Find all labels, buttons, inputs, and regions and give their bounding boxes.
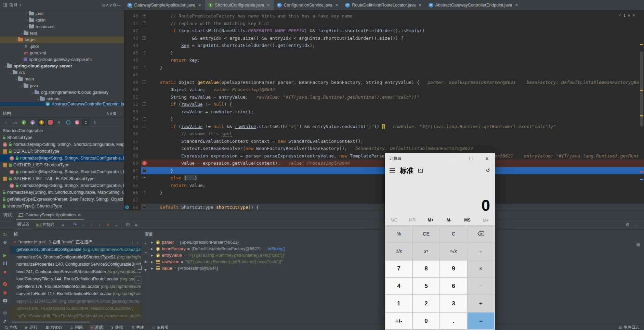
menu-icon[interactable]: [390, 167, 395, 174]
debugger-tab[interactable]: ▶控制台: [33, 220, 58, 229]
calc-key-reciprocal[interactable]: 1/x: [385, 243, 412, 260]
structure-item[interactable]: getValue(SpelExpressionParser, BeanFacto…: [0, 196, 124, 203]
project-settings-icon[interactable]: ⚙: [112, 2, 116, 8]
code-line[interactable]: 44 key = argHints.shortcutFieldOrder().g…: [124, 42, 644, 49]
code-line[interactable]: 55− if (rawValue != null && rawValue.sta…: [124, 123, 644, 130]
pause-program-icon[interactable]: [1, 260, 9, 267]
calc-key-decimal[interactable]: .: [440, 313, 467, 329]
tree-item[interactable]: ›kotlin: [0, 17, 124, 23]
structure-item[interactable]: normalizeKey(String, int, ShortcutConfig…: [0, 189, 124, 196]
fold-marker-icon[interactable]: ^: [143, 51, 146, 54]
code-line[interactable]: 62+ else {...}: [124, 174, 644, 182]
tree-arrow-icon[interactable]: ›: [25, 18, 29, 22]
move-up-icon[interactable]: ▲: [142, 258, 149, 264]
calc-key-eight[interactable]: 8: [413, 261, 439, 277]
debug-settings-icon[interactable]: ⚙: [623, 221, 632, 229]
fold-marker-icon[interactable]: ^: [143, 117, 146, 120]
calc-key-square[interactable]: x2: [413, 243, 439, 260]
tree-arrow-icon[interactable]: ⌄: [9, 71, 13, 74]
prev-problem-arrow[interactable]: ∧: [628, 13, 630, 17]
calc-key-add[interactable]: +: [468, 295, 494, 312]
modify-run-configuration-icon[interactable]: ⚒: [1, 240, 9, 246]
code-editor[interactable]: 40− // RoutePredicateFactory has name hi…: [124, 10, 644, 210]
structure-item[interactable]: shortcutType(): ShortcutType: [0, 203, 124, 210]
code-line[interactable]: 46 return key;: [124, 56, 644, 64]
fold-marker-icon[interactable]: −: [143, 80, 146, 84]
error-stripe-mark[interactable]: [640, 44, 643, 45]
calc-key-seven[interactable]: 7: [385, 261, 412, 277]
editor-tab[interactable]: CRouteDefinitionRouteLocator.java✕: [342, 0, 425, 10]
tree-arrow-icon[interactable]: ›: [20, 31, 24, 35]
code-line[interactable]: 68−o default ShortcutType shortcutType()…: [124, 204, 644, 210]
fold-marker-icon[interactable]: ^: [143, 169, 146, 172]
code-line[interactable]: 59 Expression expression = parser.parseE…: [124, 152, 644, 160]
calc-key-negate[interactable]: +/-: [385, 313, 412, 329]
expand-arrow-icon[interactable]: ▶: [151, 260, 154, 264]
close-icon[interactable]: ✕: [418, 3, 421, 8]
structure-autoscroll-to-source-icon[interactable]: ↧: [91, 119, 98, 126]
statusbar-debug[interactable]: ●调试: [90, 325, 104, 330]
structure-settings-icon[interactable]: ⚙: [113, 111, 117, 116]
calc-key-zero[interactable]: 0: [413, 313, 439, 329]
statusbar-search[interactable]: 查找: [3, 325, 18, 330]
code-line[interactable]: 50 Object value; value: ProcessImpl@8644: [124, 86, 644, 93]
tree-arrow-icon[interactable]: ⌄: [20, 84, 24, 88]
drop-frame-icon[interactable]: ✕: [104, 221, 112, 229]
calc-key-clear-entry[interactable]: CE: [413, 226, 439, 242]
stack-frame-row[interactable]: normalizeProperties:140, ConfigurationSe…: [10, 261, 141, 268]
project-panel-title[interactable]: 项目: [9, 2, 17, 8]
calc-key-square-root[interactable]: 2√x: [440, 243, 467, 260]
structure-autoscroll-from-source-icon[interactable]: ↥: [82, 119, 90, 126]
calc-key-divide[interactable]: ÷: [468, 243, 494, 260]
mute-breakpoints-icon[interactable]: [1, 281, 9, 287]
close-icon[interactable]: ✕: [198, 3, 201, 8]
code-line[interactable]: 54^ }: [124, 115, 644, 123]
tree-arrow-icon[interactable]: ›: [14, 38, 18, 41]
calculator-mode[interactable]: 标准: [400, 166, 413, 175]
debug-session-tab[interactable]: GatewaySampleApplication ✕: [16, 211, 84, 220]
code-line[interactable]: 49− static Object getValue(SpelExpressio…: [124, 79, 644, 86]
calc-key-one[interactable]: 1: [385, 295, 412, 312]
structure-collapse-all-icon[interactable]: ∨: [109, 111, 113, 116]
tree-item[interactable]: ⌄actuate: [0, 96, 124, 102]
step-out-icon[interactable]: ↑: [95, 221, 104, 229]
code-line[interactable]: 45^ }: [124, 49, 644, 57]
error-stripe-mark[interactable]: [640, 115, 643, 116]
calc-key-subtract[interactable]: −: [468, 278, 494, 294]
code-line[interactable]: 48: [124, 71, 644, 79]
error-stripe-mark[interactable]: [640, 90, 643, 91]
statusbar-dependencies[interactable]: ◇依赖项: [151, 325, 170, 330]
editor-tab[interactable]: IShortcutConfigurable.java✕: [205, 0, 274, 10]
memory-MS-button[interactable]: MS: [458, 215, 477, 225]
tree-item[interactable]: ⌄spring-cloud-gateway-server: [0, 63, 124, 69]
structure-item[interactable]: mnormalize(Map<String, String>, Shortcut…: [0, 141, 124, 148]
tree-item[interactable]: ⌄java: [0, 82, 124, 89]
debug-hide-icon[interactable]: —: [634, 221, 642, 229]
code-line[interactable]: 56 // assume it's spel: [124, 130, 644, 138]
expand-arrow-icon[interactable]: ▶: [151, 247, 154, 251]
calc-key-multiply[interactable]: ×: [468, 261, 494, 277]
structure-sort-alphabetically-icon[interactable]: ↓a: [11, 119, 18, 126]
calc-key-three[interactable]: 3: [440, 295, 467, 312]
code-line[interactable]: 51 String rawValue = entryValue; rawValu…: [124, 93, 644, 101]
editor-scrollbar[interactable]: [639, 10, 644, 210]
structure-item[interactable]: mnormalize(Map<String, String>, Shortcut…: [0, 168, 124, 175]
tree-item[interactable]: ›resources: [0, 23, 124, 30]
structure-item[interactable]: ShortcutConfigurable: [0, 127, 124, 134]
editor-tab[interactable]: CGatewaySampleApplication.java✕: [124, 0, 205, 10]
code-line[interactable]: 40− // RoutePredicateFactory has name hi…: [124, 12, 644, 20]
calculator-window[interactable]: 计算器 —✕ 标准 ↺ 0 MCMRM+M-MSM▾ %CEC1/xx22√x÷…: [385, 153, 495, 330]
chevron-down-icon[interactable]: ▾: [19, 3, 21, 7]
code-line[interactable]: 52− if (rawValue != null) {: [124, 101, 644, 108]
layout-settings-icon[interactable]: ≡: [132, 221, 140, 229]
tree-item[interactable]: mpom.xml: [0, 50, 124, 56]
calc-key-backspace[interactable]: [468, 226, 494, 242]
step-over-icon[interactable]: ↷: [71, 221, 79, 229]
editor-tab[interactable]: CConfigurationService.java✕: [274, 0, 342, 10]
code-line[interactable]: 66^ }: [124, 189, 644, 196]
resume-program-icon[interactable]: ▶: [1, 252, 9, 258]
calc-key-five[interactable]: 5: [413, 278, 439, 294]
calc-minimize-button[interactable]: —: [448, 153, 463, 164]
close-icon[interactable]: ✕: [78, 213, 81, 217]
calc-key-six[interactable]: 6: [440, 278, 467, 294]
